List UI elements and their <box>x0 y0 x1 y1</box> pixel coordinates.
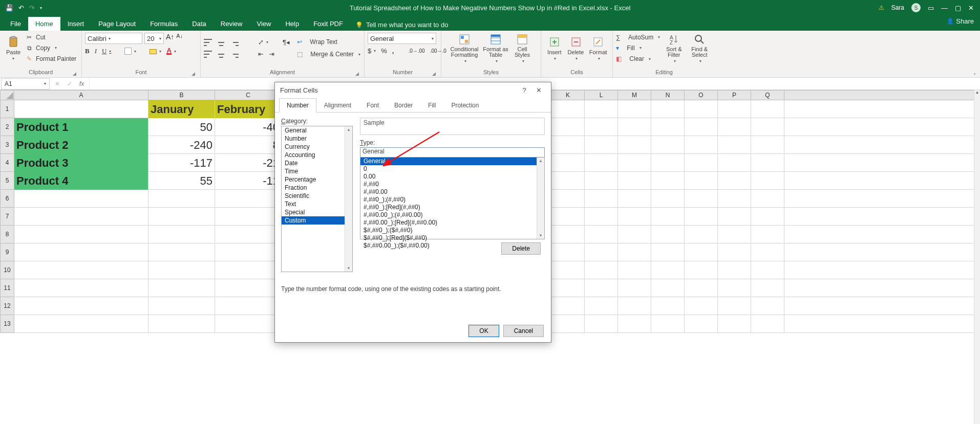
cell[interactable]: 8 <box>215 136 282 154</box>
type-item[interactable]: #,##0_);(#,##0) <box>360 196 544 204</box>
percent-button[interactable]: % <box>381 47 387 55</box>
tab-file[interactable]: File <box>3 17 28 31</box>
cell[interactable] <box>751 226 784 243</box>
col-K[interactable]: K <box>551 91 585 100</box>
row-5[interactable]: 5 <box>0 172 14 190</box>
comma-button[interactable]: , <box>392 47 394 55</box>
type-item[interactable]: #,##0 <box>360 181 544 188</box>
scroll-up-icon[interactable]: ▲ <box>347 127 351 132</box>
conditional-formatting-button[interactable]: ConditionalFormatting <box>449 33 480 63</box>
cell[interactable] <box>585 208 618 226</box>
cell[interactable] <box>618 297 651 315</box>
cell[interactable] <box>551 172 585 190</box>
scroll-down-icon[interactable]: ▼ <box>539 233 543 238</box>
collapse-ribbon-icon[interactable]: ˄ <box>973 73 976 78</box>
cell[interactable] <box>618 261 651 279</box>
orientation-button[interactable]: ⤢ <box>258 38 268 46</box>
dialog-help-icon[interactable]: ? <box>517 86 531 94</box>
cell[interactable] <box>148 226 215 243</box>
cell[interactable] <box>718 279 751 297</box>
cell[interactable]: Product 1 <box>14 118 148 136</box>
font-size-combo[interactable]: 20▾ <box>144 33 164 44</box>
category-item[interactable]: Time <box>282 167 352 175</box>
type-item[interactable]: $#,##0_);($#,##0) <box>360 227 544 234</box>
cell[interactable] <box>551 226 585 243</box>
cell[interactable] <box>551 208 585 226</box>
align-top-icon[interactable] <box>204 39 212 46</box>
row-4[interactable]: 4 <box>0 154 14 172</box>
tab-page-layout[interactable]: Page Layout <box>91 17 143 31</box>
format-as-table-button[interactable]: Format asTable <box>481 33 510 63</box>
clipboard-launcher-icon[interactable]: ◢ <box>73 71 76 76</box>
col-Q[interactable]: Q <box>751 91 784 100</box>
category-item[interactable]: Currency <box>282 143 352 151</box>
cell[interactable] <box>751 297 784 315</box>
cell[interactable]: -21 <box>215 154 282 172</box>
cell[interactable]: Product 3 <box>14 154 148 172</box>
col-N[interactable]: N <box>651 91 685 100</box>
cell[interactable] <box>618 172 651 190</box>
tell-me-search[interactable]: Tell me what you want to do <box>350 19 453 31</box>
cell[interactable] <box>618 315 651 333</box>
type-item[interactable]: 0 <box>360 165 544 173</box>
row-7[interactable]: 7 <box>0 208 14 226</box>
font-color-button[interactable]: A <box>166 48 176 55</box>
cell[interactable] <box>215 279 282 297</box>
align-left-icon[interactable] <box>204 51 212 58</box>
save-icon[interactable]: 💾 <box>5 4 13 12</box>
cell[interactable] <box>651 297 685 315</box>
type-item[interactable]: #,##0.00_);[Red](#,##0.00) <box>360 219 544 227</box>
cell[interactable] <box>685 226 718 243</box>
cell[interactable] <box>651 315 685 333</box>
cell[interactable] <box>618 226 651 243</box>
cell[interactable] <box>685 208 718 226</box>
select-all-corner[interactable] <box>0 90 14 100</box>
type-item[interactable]: $#,##0_);[Red]($#,##0) <box>360 234 544 242</box>
cell[interactable] <box>618 190 651 208</box>
row-3[interactable]: 3 <box>0 136 14 154</box>
cell[interactable] <box>618 100 651 118</box>
row-12[interactable]: 12 <box>0 297 14 315</box>
number-format-combo[interactable]: General▾ <box>368 33 436 44</box>
cell[interactable] <box>215 243 282 261</box>
copy-button[interactable]: ⧉Copy <box>26 43 76 52</box>
category-item[interactable]: Date <box>282 159 352 167</box>
cell[interactable] <box>718 136 751 154</box>
category-item[interactable]: Accounting <box>282 151 352 159</box>
cell[interactable] <box>585 154 618 172</box>
cell[interactable] <box>718 243 751 261</box>
wrap-text-button[interactable]: ↩ Wrap Text <box>297 37 360 47</box>
align-center-icon[interactable] <box>217 51 225 58</box>
delete-cells-button[interactable]: Delete <box>566 33 586 63</box>
minimize-icon[interactable]: — <box>941 4 948 12</box>
cell[interactable] <box>618 118 651 136</box>
cell[interactable]: -117 <box>148 154 215 172</box>
col-B[interactable]: B <box>148 91 215 100</box>
cell[interactable] <box>718 208 751 226</box>
cell[interactable] <box>685 243 718 261</box>
cell[interactable]: 55 <box>148 172 215 190</box>
cell[interactable] <box>215 261 282 279</box>
share-button[interactable]: Share <box>947 17 974 25</box>
cell[interactable] <box>751 154 784 172</box>
tab-view[interactable]: View <box>249 17 278 31</box>
tab-formulas[interactable]: Formulas <box>143 17 185 31</box>
type-item[interactable]: 0.00 <box>360 173 544 181</box>
underline-button[interactable]: U <box>102 47 111 55</box>
cell[interactable] <box>551 118 585 136</box>
number-launcher-icon[interactable]: ◢ <box>432 71 436 76</box>
cell[interactable]: -40 <box>215 118 282 136</box>
increase-decimal-icon[interactable]: .0→.00 <box>408 48 424 54</box>
cell[interactable] <box>751 261 784 279</box>
cell[interactable] <box>751 118 784 136</box>
cell[interactable] <box>751 136 784 154</box>
row-6[interactable]: 6 <box>0 190 14 208</box>
cell[interactable] <box>551 100 585 118</box>
cell[interactable] <box>585 190 618 208</box>
align-right-icon[interactable] <box>230 51 239 58</box>
cell[interactable]: Product 4 <box>14 172 148 190</box>
cell[interactable] <box>551 154 585 172</box>
ok-button[interactable]: OK <box>468 325 499 337</box>
undo-icon[interactable]: ↶ <box>18 4 24 12</box>
cell[interactable] <box>651 100 685 118</box>
